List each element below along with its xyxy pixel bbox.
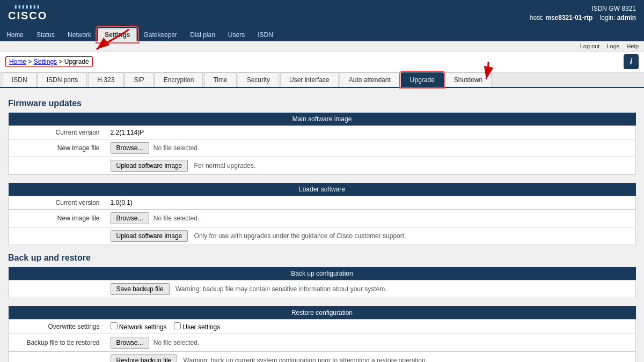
breadcrumb-sep1: >	[28, 58, 33, 65]
tab-security[interactable]: Security	[238, 72, 279, 87]
loader-upload-spacer	[9, 227, 105, 245]
overwrite-label: Overwrite settings	[9, 320, 105, 334]
header-right: ISDN GW 8321 host: mse8321-01-rtp login:…	[530, 5, 636, 21]
nav-settings[interactable]: Settings	[98, 28, 137, 41]
backup-table: Back up configuration Save backup file W…	[8, 267, 636, 298]
tab-upgrade[interactable]: Upgrade	[401, 72, 444, 87]
breadcrumb-sep2: >	[58, 58, 64, 65]
user-settings-checkbox[interactable]	[174, 322, 181, 329]
restore-hint: Warning: back up current system configur…	[184, 357, 427, 362]
nav-users[interactable]: Users	[222, 28, 251, 41]
backup-section-title: Back up and restore	[8, 253, 636, 263]
save-backup-button[interactable]: Save backup file	[111, 283, 170, 295]
breadcrumb-home[interactable]: Home	[9, 58, 26, 65]
tab-shutdown[interactable]: Shutdown	[445, 72, 492, 87]
network-settings-checkbox[interactable]	[111, 322, 118, 329]
backup-spacer	[9, 280, 105, 298]
restore-header: Restore configuration	[9, 306, 636, 320]
breadcrumb: Home > Settings > Upgrade	[5, 56, 93, 67]
network-settings-label: Network settings	[119, 323, 167, 331]
main-new-image-label: New image file	[9, 139, 105, 157]
info-icon-button[interactable]: i	[624, 54, 639, 69]
restore-table: Restore configuration Overwrite settings…	[8, 306, 636, 362]
cisco-logo: ▮▮▮▮▮▮▮ CISCO	[8, 4, 47, 22]
nav-bar: Home Status Network Settings Gatekeeper …	[0, 26, 644, 41]
main-upload-button[interactable]: Upload software image	[111, 160, 188, 172]
tab-h323[interactable]: H.323	[88, 72, 123, 87]
loader-current-version-label: Current version	[9, 196, 105, 210]
backup-file-cell: Browse... No file selected.	[105, 334, 636, 352]
main-upload-spacer	[9, 157, 105, 175]
loader-header: Loader software	[9, 183, 636, 196]
nav-isdn[interactable]: ISDN	[251, 28, 280, 41]
header-top: ▮▮▮▮▮▮▮ CISCO ISDN GW 8321 host: mse8321…	[0, 0, 644, 26]
breadcrumb-settings[interactable]: Settings	[34, 58, 57, 65]
main-current-version-label: Current version	[9, 126, 105, 139]
nav-gatekeeper[interactable]: Gatekeeper	[137, 28, 184, 41]
loader-browse-button[interactable]: Browse...	[111, 212, 149, 224]
overwrite-cell: Network settings User settings	[105, 320, 636, 334]
restore-action-cell: Restore backup file Warning: back up cur…	[105, 352, 636, 363]
main-new-image-cell: Browse... No file selected.	[105, 139, 636, 157]
main-software-header: Main software image	[9, 113, 636, 126]
host-label: host:	[530, 14, 544, 21]
logs-link[interactable]: Logs	[606, 43, 619, 49]
backup-file-label: Backup file to be restored	[9, 334, 105, 352]
product-title: ISDN GW 8321	[530, 5, 636, 12]
cisco-bars: ▮▮▮▮▮▮▮	[14, 4, 41, 9]
main-content: Firmware updates Main software image Cur…	[0, 88, 644, 362]
user-settings-label: User settings	[182, 323, 220, 331]
tab-user-interface[interactable]: User interface	[280, 72, 339, 87]
tab-auto-attendant[interactable]: Auto attendant	[340, 72, 400, 87]
restore-no-file: No file selected.	[153, 339, 199, 346]
backup-hint: Warning: backup file may contain sensiti…	[175, 285, 387, 293]
loader-software-table: Loader software Current version 1.0(0.1)…	[8, 183, 636, 245]
backup-save-cell: Save backup file Warning: backup file ma…	[105, 280, 636, 298]
loader-new-image-cell: Browse... No file selected.	[105, 210, 636, 227]
tabs-bar: ISDN ISDN ports H.323 SIP Encryption Tim…	[0, 72, 644, 88]
tab-encryption[interactable]: Encryption	[155, 72, 203, 87]
cisco-text: CISCO	[8, 10, 47, 22]
nav-network[interactable]: Network	[61, 28, 98, 41]
restore-backup-button[interactable]: Restore backup file	[111, 354, 178, 362]
tab-isdn[interactable]: ISDN	[3, 72, 36, 87]
loader-upload-cell: Upload software image Only for use with …	[105, 227, 636, 245]
login-value: admin	[617, 14, 636, 21]
nav-status[interactable]: Status	[30, 28, 61, 41]
backup-header: Back up configuration	[9, 267, 636, 280]
tab-isdn-ports[interactable]: ISDN ports	[38, 72, 87, 87]
main-upload-hint: For normal upgrades.	[194, 162, 256, 169]
main-browse-button[interactable]: Browse...	[111, 142, 149, 154]
loader-upload-button[interactable]: Upload software image	[111, 230, 188, 242]
loader-current-version-value: 1.0(0.1)	[105, 196, 636, 210]
main-upload-cell: Upload software image For normal upgrade…	[105, 157, 636, 175]
restore-browse-button[interactable]: Browse...	[111, 337, 149, 349]
top-links-bar: Log out Logs Help	[0, 41, 644, 51]
loader-no-file: No file selected.	[153, 215, 199, 222]
loader-new-image-label: New image file	[9, 210, 105, 227]
breadcrumb-row: Home > Settings > Upgrade i	[0, 51, 644, 72]
firmware-section-title: Firmware updates	[8, 99, 636, 108]
main-software-table: Main software image Current version 2.2(…	[8, 113, 636, 175]
tab-time[interactable]: Time	[204, 72, 236, 87]
restore-spacer	[9, 352, 105, 363]
host-value: mse8321-01-rtp	[545, 14, 592, 21]
main-current-version-value: 2.2(1.114)P	[105, 126, 636, 139]
main-no-file: No file selected.	[153, 144, 199, 152]
nav-dialplan[interactable]: Dial plan	[184, 28, 222, 41]
host-info: host: mse8321-01-rtp login: admin	[530, 14, 636, 21]
help-link[interactable]: Help	[626, 43, 639, 49]
breadcrumb-current: Upgrade	[64, 58, 89, 65]
nav-home[interactable]: Home	[0, 28, 30, 41]
loader-upload-hint: Only for use with upgrades under the gui…	[194, 232, 406, 240]
logout-link[interactable]: Log out	[580, 43, 600, 49]
login-label: login:	[600, 14, 616, 21]
tab-sip[interactable]: SIP	[125, 72, 153, 87]
